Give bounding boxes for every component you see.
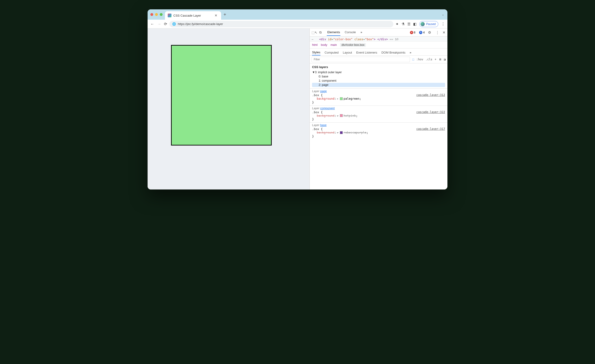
labs-icon[interactable]: ⚗	[402, 22, 404, 26]
color-swatch[interactable]	[340, 114, 343, 117]
inspect-icon[interactable]: ⬚↖	[312, 31, 317, 34]
omnibox[interactable]: 🌐 https://jec.fyi/demo/cascade-layer	[169, 21, 393, 27]
page-viewport	[148, 28, 309, 190]
profile-chip[interactable]: Paused	[419, 21, 438, 27]
cls-toggle[interactable]: .cls	[426, 58, 432, 61]
tab-bar: CSS Cascade Layer ✕ + ⌄	[148, 9, 447, 20]
crumb-html[interactable]: html	[312, 43, 318, 47]
annotation-arrow-icon	[310, 88, 311, 95]
hov-toggle[interactable]: :hov	[417, 58, 423, 61]
new-tab-button[interactable]: +	[223, 12, 226, 17]
message-icon: ✎	[419, 31, 422, 34]
style-rule: Layer base cascade-layer:317 .box { back…	[310, 122, 447, 139]
layer-item[interactable]: 0: base	[312, 74, 445, 79]
error-icon: ✕	[410, 31, 413, 34]
rule-source-link[interactable]: cascade-layer:312	[416, 93, 445, 97]
profile-label: Paused	[426, 22, 436, 26]
color-swatch[interactable]	[340, 97, 343, 100]
layers-toggle-icon[interactable]: ⬚	[412, 58, 414, 61]
error-number: 8	[414, 31, 416, 34]
address-bar: ← → ⟳ 🌐 https://jec.fyi/demo/cascade-lay…	[148, 20, 447, 28]
layer-link[interactable]: component	[320, 107, 335, 110]
site-info-icon[interactable]: 🌐	[172, 22, 176, 26]
css-layers-heading: CSS layers	[310, 63, 447, 70]
favicon-icon	[168, 14, 171, 17]
crumb-main[interactable]: main	[331, 43, 337, 47]
browser-window: CSS Cascade Layer ✕ + ⌄ ← → ⟳ 🌐 https://…	[148, 9, 447, 190]
annotation-arrow-icon	[310, 64, 311, 71]
subtab-computed[interactable]: Computed	[325, 50, 339, 55]
subtab-more[interactable]: »	[410, 50, 411, 55]
message-number: 4	[423, 31, 425, 34]
dom-breadcrumbs: html body main div#color-box.box	[310, 42, 447, 48]
tab-title: CSS Cascade Layer	[173, 14, 212, 17]
settings-icon[interactable]: ⚙	[428, 30, 431, 35]
content-area: 🚶 ⬚↖ ⧉ Elements Console » ✕ 8 ✎ 4	[148, 28, 447, 190]
devtools-toolbar: ⬚↖ ⧉ Elements Console » ✕ 8 ✎ 4 ⚙ ⋮	[310, 28, 447, 36]
subtab-styles[interactable]: Styles	[312, 50, 320, 55]
message-count[interactable]: ✎ 4	[419, 31, 425, 34]
layer-label: Layer base	[312, 124, 445, 127]
styles-scroll-area: CSS layers ▼3: implicit outer layer 0: b…	[310, 63, 447, 190]
dollar-zero: == $0	[390, 37, 398, 41]
forward-button[interactable]: →	[157, 22, 162, 26]
rule-source-link[interactable]: cascade-layer:322	[416, 110, 445, 114]
new-rule-button[interactable]: +	[435, 58, 436, 61]
tabs-menu-button[interactable]: ⌄	[442, 13, 444, 16]
style-rule: Layer page cascade-layer:312 .box { back…	[310, 89, 447, 105]
layer-item-selected[interactable]: 2: page	[312, 83, 445, 87]
device-toggle-icon[interactable]: ⧉	[319, 30, 322, 34]
style-declaration-overridden[interactable]: background:▸hotpink;	[312, 114, 445, 118]
extensions-icon[interactable]: ✦	[396, 22, 399, 26]
style-rule: Layer component cascade-layer:322 .box {…	[310, 105, 447, 123]
avatar-icon	[420, 22, 425, 26]
back-button[interactable]: ←	[150, 22, 155, 26]
panel-icon[interactable]: ◧	[413, 22, 417, 26]
error-count[interactable]: ✕ 8	[410, 31, 416, 34]
devtools-panel-tabs: Elements Console »	[327, 29, 363, 36]
reading-list-icon[interactable]: ☰	[407, 22, 411, 26]
style-declaration-overridden[interactable]: background:▸rebeccapurple;	[312, 131, 445, 135]
layer-label: Layer page	[312, 89, 445, 93]
minimize-window-button[interactable]	[155, 13, 158, 16]
expand-ancestors-button[interactable]: ⋯	[312, 38, 313, 41]
window-controls	[150, 13, 163, 16]
devtools-close-button[interactable]: ✕	[442, 30, 446, 35]
color-swatch[interactable]	[340, 131, 343, 134]
subtab-events[interactable]: Event Listeners	[356, 50, 377, 55]
crumb-selected[interactable]: div#color-box.box	[340, 43, 366, 47]
subtab-layout[interactable]: Layout	[343, 50, 352, 55]
rule-source-link[interactable]: cascade-layer:317	[416, 127, 445, 130]
layer-link[interactable]: page	[320, 89, 327, 93]
style-declaration[interactable]: background:▸palegreen;	[312, 97, 445, 101]
close-window-button[interactable]	[150, 13, 153, 16]
subtab-dom[interactable]: DOM Breakpoints	[381, 50, 405, 55]
tab-console[interactable]: Console	[344, 29, 356, 36]
selected-html-node[interactable]: ⋯ <div id="color-box" class="box"> </div…	[310, 36, 447, 42]
tab-close-button[interactable]: ✕	[214, 14, 218, 17]
maximize-window-button[interactable]	[160, 13, 163, 16]
device-emulation-icon[interactable]: 🖥	[439, 58, 442, 61]
tab-more[interactable]: »	[360, 29, 363, 36]
toolbar-right: ✦ ⚗ ☰ ◧ Paused ⋮	[396, 21, 445, 27]
styles-filter-row: ⬚ :hov .cls + 🖥 ◨	[310, 56, 447, 63]
reload-button[interactable]: ⟳	[164, 22, 167, 26]
layer-link[interactable]: base	[320, 124, 326, 127]
styles-tools: ⬚ :hov .cls + 🖥 ◨	[412, 58, 446, 61]
css-layers-tree: ▼3: implicit outer layer 0: base 1: comp…	[310, 70, 447, 89]
styles-filter-input[interactable]	[312, 57, 410, 62]
url-text: https://jec.fyi/demo/cascade-layer	[178, 22, 223, 26]
styles-subpanel-tabs: Styles Computed Layout Event Listeners D…	[310, 48, 447, 56]
crumb-body[interactable]: body	[321, 43, 327, 47]
browser-tab[interactable]: CSS Cascade Layer ✕	[165, 11, 221, 20]
layer-root[interactable]: ▼3: implicit outer layer	[312, 70, 445, 74]
layer-label: Layer component	[312, 107, 445, 110]
sidebar-toggle-icon[interactable]: ◨	[444, 58, 446, 61]
layer-item[interactable]: 1: component	[312, 79, 445, 83]
tab-elements[interactable]: Elements	[327, 29, 340, 36]
devtools-menu-icon[interactable]: ⋮	[436, 30, 439, 35]
color-box-element	[171, 45, 272, 145]
devtools: 🚶 ⬚↖ ⧉ Elements Console » ✕ 8 ✎ 4	[309, 28, 447, 190]
browser-menu-button[interactable]: ⋮	[441, 21, 445, 27]
